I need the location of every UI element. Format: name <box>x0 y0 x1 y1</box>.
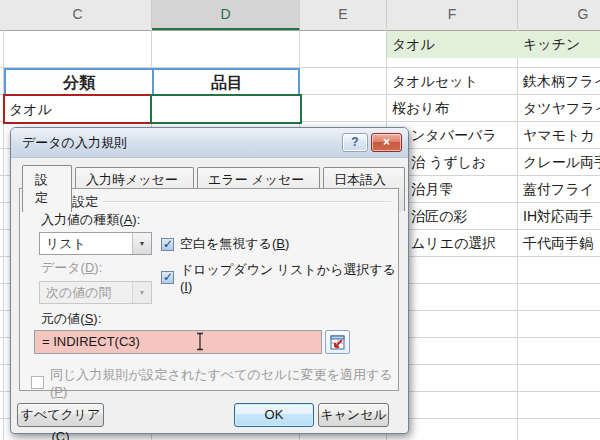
in-cell-dropdown-checkbox-checked[interactable] <box>161 271 174 284</box>
apply-all-label: 同じ入力規則が設定されたすべてのセルに変更を適用する(P) <box>50 366 408 399</box>
apply-all-checkbox-unchecked <box>31 376 44 389</box>
data-label: データ(D): <box>41 259 102 277</box>
data-combobox-disabled: 次の値の間 <box>39 281 152 304</box>
text-ibeam-cursor <box>195 332 205 351</box>
tab-settings[interactable]: 設定 <box>22 165 72 212</box>
cell-item-header[interactable]: 品目 <box>154 70 300 95</box>
column-header-c[interactable]: C <box>4 0 152 29</box>
column-header-row: C D E F G <box>0 0 600 31</box>
in-cell-dropdown-row: ドロップダウン リストから選択する(I) <box>161 261 408 294</box>
cell-d3-active[interactable] <box>150 94 302 124</box>
source-label: 元の値(S): <box>41 310 101 328</box>
column-header-e[interactable]: E <box>300 0 387 29</box>
cell-c3-category-value[interactable]: タオル <box>3 94 153 124</box>
column-header-d-selected[interactable]: D <box>152 0 300 30</box>
allow-label: 入力値の種類(A): <box>41 211 140 229</box>
cell-g-item[interactable]: クレール両手 <box>518 149 600 176</box>
range-select-icon <box>330 335 345 350</box>
in-cell-dropdown-label: ドロップダウン リストから選択する(I) <box>180 261 408 294</box>
help-button[interactable]: ? <box>342 133 368 152</box>
cancel-button[interactable]: キャンセル <box>318 403 389 427</box>
ignore-blank-label: 空白を無視する(B) <box>180 235 289 253</box>
close-icon[interactable]: × <box>371 133 402 152</box>
cell-g-item[interactable]: 蓋付フライ <box>518 176 600 203</box>
collapse-dialog-button[interactable] <box>325 330 350 354</box>
cell-f-item[interactable]: タオルセット <box>387 68 518 95</box>
source-input[interactable]: = INDIRECT(C3) <box>34 330 322 354</box>
cell-g-item[interactable]: 千代両手鍋 <box>518 230 600 257</box>
cell-g-item[interactable]: タツヤフライ <box>518 95 600 122</box>
column-header-f[interactable]: F <box>387 0 518 29</box>
group-divider <box>103 201 391 203</box>
chevron-down-icon <box>132 282 151 303</box>
allow-combobox-value: リスト <box>46 235 86 253</box>
ignore-blank-row: 空白を無視する(B) <box>161 235 289 253</box>
clear-all-button[interactable]: すべてクリア(C) <box>17 403 104 427</box>
cell-list-header-g[interactable]: キッチン <box>518 31 600 58</box>
cell-list-header-f[interactable]: タオル <box>387 31 518 58</box>
excel-workbook: { "colors": { "selection_green": "#21734… <box>0 0 600 440</box>
apply-all-row: 同じ入力規則が設定されたすべてのセルに変更を適用する(P) <box>31 366 408 399</box>
allow-combobox[interactable]: リスト <box>39 232 152 255</box>
column-header-g[interactable]: G <box>518 0 600 29</box>
cell-g-item[interactable]: 鉄木柄フライ <box>518 68 600 95</box>
ignore-blank-checkbox-checked[interactable] <box>161 238 174 251</box>
table-header-range: 分類 品目 <box>4 68 300 97</box>
ok-button[interactable]: OK <box>234 403 314 427</box>
cell-f-item[interactable]: 桜おり布 <box>387 95 518 122</box>
cell-category-header[interactable]: 分類 <box>6 70 152 95</box>
data-combobox-value: 次の値の間 <box>46 284 112 302</box>
chevron-down-icon[interactable] <box>132 233 151 254</box>
dialog-title: データの入力規則 <box>22 135 127 150</box>
data-validation-dialog: データの入力規則 ? × 設定 入力時メッセージ エラー メッセージ 日本語入力… <box>10 127 409 434</box>
cell-g-item[interactable]: IH対応両手 <box>518 203 600 230</box>
cell-g-item[interactable]: ヤマモトカ <box>518 122 600 149</box>
